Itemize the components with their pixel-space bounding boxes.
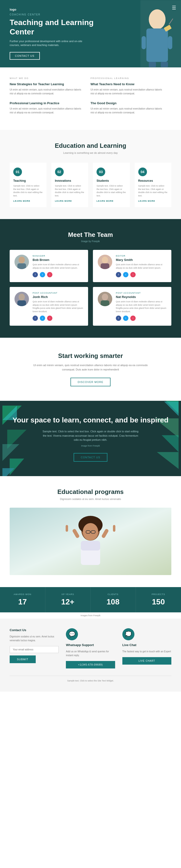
card-num-3: 03 (97, 167, 105, 176)
svg-point-9 (19, 257, 25, 264)
learn-more-3[interactable]: LEARN MORE (97, 200, 126, 202)
twitter-icon-mary[interactable]: t (123, 272, 128, 277)
role-mary: Editor (116, 255, 166, 257)
footer-chat-title: Live Chat (122, 643, 171, 647)
card-desc-3: Sample text. Click to select the text bo… (138, 184, 168, 197)
footer-email-input[interactable] (10, 646, 59, 653)
footer-contact-col: Contact Us Dignissim sodales ut eu sem. … (10, 628, 59, 669)
edu-card-3: 03 Students Sample text. Click to select… (93, 163, 130, 207)
svg-rect-16 (101, 301, 109, 306)
card-title-3: Students (97, 179, 126, 182)
desc-nat: Quis anim irure id diam molestie ullamco… (116, 300, 166, 313)
what-item-1: New Strategies for Teacher Learning Ut e… (10, 82, 83, 96)
svg-rect-4 (161, 62, 168, 67)
team-subtitle: Image by Freepik (10, 240, 171, 243)
inspire-title: Your space to learn, connect, and be ins… (10, 415, 171, 425)
stat-clients: CLIENTS 108 (90, 587, 136, 612)
svg-rect-40 (113, 525, 115, 532)
role-jonh: Post accountant (32, 292, 83, 294)
learn-more-2[interactable]: LEARN MORE (55, 200, 85, 202)
contact-us-button[interactable]: CONTACT US (10, 52, 40, 60)
facebook-icon-bob[interactable]: f (32, 272, 38, 277)
footer-whatsapp-col: 💬 Whatsapp Support Add us on WhatsApp & … (66, 628, 115, 669)
footer-submit-button[interactable]: SUBMIT (10, 655, 36, 663)
svg-marker-24 (164, 402, 179, 416)
inspire-contact-button[interactable]: CONTACT US (74, 453, 108, 462)
svg-point-1 (149, 9, 165, 29)
education-title: Education and Learning (10, 142, 171, 150)
card-num-1: 01 (13, 167, 22, 176)
what-item-1-desc: Ut enim ad minim veniam, quis nostrud ex… (10, 88, 83, 96)
footer-whatsapp-title: Whatsapp Support (66, 643, 115, 647)
what-item-3-title: What Teachers Need to Know (90, 82, 164, 86)
stat-xp-label: XP YEARS (50, 593, 86, 595)
facebook-icon-mary[interactable]: f (116, 272, 121, 277)
team-section: Meet The Team Image by Freepik Manager B… (0, 219, 181, 338)
instagram-icon-jonh[interactable]: i (47, 316, 52, 321)
desc-mary: Quis anim irure id diam molestie ullamco… (116, 263, 166, 270)
social-bob: f t i (32, 272, 83, 277)
name-jonh: Jonh Rich (32, 295, 83, 299)
twitter-icon-jonh[interactable]: t (40, 316, 45, 321)
card-desc-1: Sample text. Click to select the text bo… (13, 184, 43, 197)
role-nat: Post accountant (116, 292, 166, 294)
what-we-do-right: PROFESSIONAL LEARNING What Teachers Need… (90, 77, 171, 120)
header-title: Teaching and Learning Center (10, 18, 99, 36)
card-title-2: Innovations (55, 179, 85, 182)
desc-bob: Quis anim irure id diam molestie ullamco… (32, 263, 83, 270)
discover-more-button[interactable]: DISCOVER MORE (71, 378, 111, 386)
card-desc-3: Sample text. Click to select the text bo… (97, 184, 126, 197)
header-description: Further your professional development wi… (10, 39, 90, 47)
twitter-icon-bob[interactable]: t (40, 272, 45, 277)
twitter-icon-nat[interactable]: t (123, 316, 128, 321)
avatar-bob (15, 255, 29, 269)
card-num-2: 02 (55, 167, 64, 176)
facebook-icon-nat[interactable]: f (116, 316, 121, 321)
footer-bottom-text: Sample text. Click to select the Site Te… (10, 676, 171, 682)
facebook-icon-jonh[interactable]: f (32, 316, 38, 321)
footer-contact-desc: Dignissim sodales ut eu sem. Amet luctus… (10, 635, 59, 643)
edu-card-4: 04 Resources Sample text. Click to selec… (135, 163, 172, 207)
instagram-icon-nat[interactable]: i (130, 316, 136, 321)
social-mary: f t i (116, 272, 166, 277)
what-item-3: What Teachers Need to Know Ut enim ad mi… (90, 82, 164, 96)
svg-rect-36 (81, 541, 100, 551)
stat-awards-value: 17 (5, 597, 40, 606)
chat-icon: 💭 (125, 631, 131, 638)
what-item-2: Professional Learning in Practice Ut eni… (10, 101, 83, 115)
footer-whatsapp-button[interactable]: +1(345-678-09689) (66, 661, 115, 669)
programs-image (10, 508, 171, 575)
svg-rect-5 (168, 36, 172, 49)
what-item-2-desc: Ut enim ad minim veniam, quis nostrud ex… (10, 107, 83, 115)
svg-rect-10 (17, 264, 26, 269)
smarter-title: Start working smarter (10, 352, 171, 360)
stat-xp: XP YEARS 12+ (45, 587, 91, 612)
team-info-nat: Post accountant Nat Reynolds Quis anim i… (116, 292, 166, 321)
education-section: Education and Learning Learning is somet… (0, 130, 181, 219)
svg-rect-14 (17, 301, 26, 306)
stats-row: AWARDS WON 17 XP YEARS 12+ CLIENTS 108 P… (0, 587, 181, 612)
stat-projects-value: 150 (141, 597, 176, 606)
what-item-1-title: New Strategies for Teacher Learning (10, 82, 83, 86)
svg-point-15 (102, 294, 108, 301)
footer-live-chat-button[interactable]: LIVE CHART (122, 657, 171, 664)
svg-point-11 (102, 257, 108, 264)
footer-section: Contact Us Dignissim sodales ut eu sem. … (0, 619, 181, 691)
role-bob: Manager (32, 255, 83, 257)
svg-marker-22 (2, 468, 15, 476)
programs-subtitle: Dignissim sodales ut eu sem. Amet luctus… (10, 498, 171, 500)
avatar-jonh (15, 292, 29, 306)
stat-xp-value: 12+ (50, 597, 86, 606)
whatsapp-icon-circle: 💬 (66, 628, 78, 640)
learn-more-1[interactable]: LEARN MORE (13, 200, 43, 202)
card-num-4: 04 (138, 167, 147, 176)
inspire-desc: Sample text. Click to select the text bo… (42, 429, 139, 442)
instagram-icon-bob[interactable]: i (47, 272, 52, 277)
team-grid: Manager Bob Brown Quis anim irure id dia… (10, 250, 171, 326)
what-we-do-label: WHAT WE DO (10, 77, 83, 80)
edu-card-2: 02 Innovations Sample text. Click to sel… (51, 163, 88, 207)
learn-more-4[interactable]: LEARN MORE (138, 200, 168, 202)
instagram-icon-mary[interactable]: i (130, 272, 136, 277)
what-item-4: The Good Design Ut enim ad minim veniam,… (90, 101, 164, 115)
team-info-bob: Manager Bob Brown Quis anim irure id dia… (32, 255, 83, 277)
